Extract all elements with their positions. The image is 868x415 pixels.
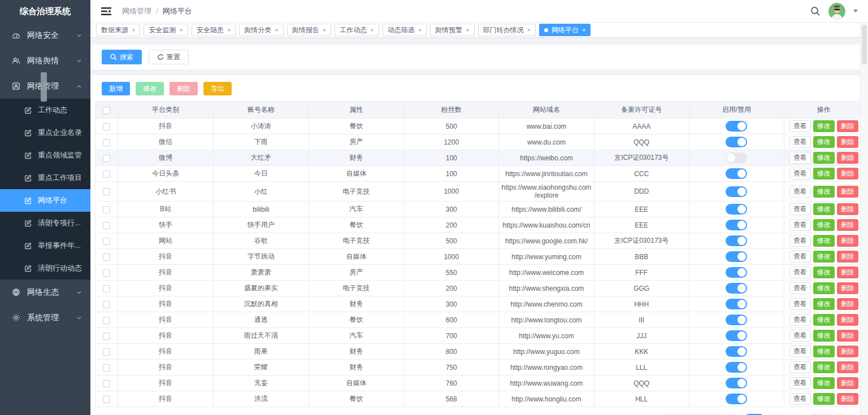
view-button[interactable]: 查看: [789, 346, 811, 357]
sidebar-subitem-清朗行动动态[interactable]: 清朗行动动态: [0, 257, 90, 279]
view-button[interactable]: 查看: [789, 186, 811, 198]
row-edit-button[interactable]: 修改: [813, 168, 835, 180]
view-button[interactable]: 查看: [789, 330, 811, 342]
row-delete-button[interactable]: 删除: [837, 330, 858, 342]
enable-toggle[interactable]: [726, 152, 747, 163]
row-checkbox[interactable]: [103, 364, 110, 372]
search-icon[interactable]: [810, 6, 821, 16]
row-delete-button[interactable]: 删除: [837, 298, 858, 310]
row-edit-button[interactable]: 修改: [813, 219, 835, 231]
row-delete-button[interactable]: 删除: [837, 203, 858, 215]
close-icon[interactable]: ×: [582, 27, 585, 33]
row-delete-button[interactable]: 删除: [837, 168, 858, 180]
view-button[interactable]: 查看: [789, 168, 811, 180]
row-edit-button[interactable]: 修改: [813, 314, 835, 326]
row-checkbox[interactable]: [103, 222, 110, 229]
row-edit-button[interactable]: 修改: [813, 203, 835, 215]
close-icon[interactable]: ×: [418, 27, 422, 33]
close-icon[interactable]: ×: [132, 27, 135, 33]
sidebar-item-网络生态[interactable]: 网络生态: [0, 279, 90, 305]
sidebar-subitem-重点工作项目[interactable]: 重点工作项目: [0, 167, 90, 189]
row-checkbox[interactable]: [103, 380, 110, 387]
sidebar-subitem-重点领域监管[interactable]: 重点领域监管: [0, 144, 90, 167]
enable-toggle[interactable]: [726, 314, 747, 325]
close-icon[interactable]: ×: [466, 27, 469, 33]
row-edit-button[interactable]: 修改: [813, 120, 835, 132]
main-scrollbar-thumb[interactable]: [862, 25, 867, 64]
view-button[interactable]: 查看: [789, 152, 811, 164]
row-checkbox[interactable]: [103, 155, 110, 162]
row-delete-button[interactable]: 删除: [837, 251, 858, 263]
row-delete-button[interactable]: 删除: [837, 314, 858, 326]
row-delete-button[interactable]: 删除: [837, 120, 858, 132]
row-delete-button[interactable]: 删除: [837, 136, 858, 148]
enable-toggle[interactable]: [726, 330, 747, 341]
sidebar-item-系统管理[interactable]: 系统管理: [0, 305, 90, 330]
row-edit-button[interactable]: 修改: [813, 330, 835, 342]
tab-舆情分类[interactable]: 舆情分类×: [239, 24, 283, 36]
row-checkbox[interactable]: [103, 285, 110, 292]
enable-toggle[interactable]: [726, 204, 747, 215]
close-icon[interactable]: ×: [227, 27, 231, 33]
tab-舆情预警[interactable]: 舆情预警×: [430, 24, 474, 36]
row-edit-button[interactable]: 修改: [813, 251, 835, 263]
row-delete-button[interactable]: 删除: [837, 282, 858, 294]
edit-button[interactable]: 修改: [136, 82, 164, 95]
enable-toggle[interactable]: [726, 137, 747, 147]
tab-网络平台[interactable]: 网络平台×: [539, 24, 591, 36]
row-delete-button[interactable]: 删除: [837, 267, 858, 278]
enable-toggle[interactable]: [726, 186, 747, 197]
enable-toggle[interactable]: [726, 267, 747, 278]
close-icon[interactable]: ×: [179, 27, 183, 33]
tab-安全监测[interactable]: 安全监测×: [144, 24, 188, 36]
row-checkbox[interactable]: [103, 301, 110, 308]
close-icon[interactable]: ×: [275, 27, 278, 33]
row-delete-button[interactable]: 删除: [837, 186, 858, 198]
tab-动态筛选[interactable]: 动态筛选×: [383, 24, 427, 36]
row-delete-button[interactable]: 删除: [837, 346, 858, 357]
collapse-sidebar-icon[interactable]: [101, 6, 112, 17]
row-delete-button[interactable]: 删除: [837, 235, 858, 247]
select-all-checkbox[interactable]: [103, 107, 110, 114]
row-edit-button[interactable]: 修改: [813, 267, 835, 278]
view-button[interactable]: 查看: [789, 393, 811, 405]
sidebar-subitem-网络平台[interactable]: 网络平台: [0, 189, 90, 212]
enable-toggle[interactable]: [726, 394, 747, 404]
row-edit-button[interactable]: 修改: [813, 136, 835, 148]
reset-button[interactable]: 重置: [149, 50, 189, 64]
sidebar-subitem-清朗专项行[interactable]: 清朗专项行...: [0, 212, 90, 234]
row-edit-button[interactable]: 修改: [813, 152, 835, 164]
row-checkbox[interactable]: [103, 171, 110, 178]
row-checkbox[interactable]: [103, 333, 110, 340]
row-edit-button[interactable]: 修改: [813, 186, 835, 198]
enable-toggle[interactable]: [726, 251, 747, 262]
row-delete-button[interactable]: 删除: [837, 219, 858, 231]
close-icon[interactable]: ×: [323, 27, 326, 33]
view-button[interactable]: 查看: [789, 282, 811, 294]
enable-toggle[interactable]: [726, 121, 747, 132]
row-checkbox[interactable]: [103, 139, 110, 146]
row-checkbox[interactable]: [103, 396, 110, 403]
view-button[interactable]: 查看: [789, 377, 811, 389]
row-edit-button[interactable]: 修改: [813, 361, 835, 373]
row-edit-button[interactable]: 修改: [813, 298, 835, 310]
sidebar-subitem-重点企业名录[interactable]: 重点企业名录: [0, 121, 90, 144]
row-checkbox[interactable]: [103, 206, 110, 213]
view-button[interactable]: 查看: [789, 361, 811, 373]
search-button[interactable]: 搜索: [102, 50, 142, 64]
view-button[interactable]: 查看: [789, 136, 811, 148]
enable-toggle[interactable]: [726, 378, 747, 388]
view-button[interactable]: 查看: [789, 251, 811, 263]
row-edit-button[interactable]: 修改: [813, 346, 835, 357]
sidebar-item-网络安全[interactable]: 网络安全: [0, 23, 90, 48]
export-button[interactable]: 导出: [203, 82, 232, 95]
view-button[interactable]: 查看: [789, 120, 811, 132]
enable-toggle[interactable]: [726, 362, 747, 373]
tab-数据来源[interactable]: 数据来源×: [96, 24, 140, 36]
sidebar-subitem-举报事件年[interactable]: 举报事件年...: [0, 234, 90, 257]
view-button[interactable]: 查看: [789, 219, 811, 231]
enable-toggle[interactable]: [726, 283, 747, 294]
close-icon[interactable]: ×: [527, 27, 531, 33]
row-delete-button[interactable]: 删除: [837, 361, 858, 373]
row-delete-button[interactable]: 删除: [837, 152, 858, 164]
